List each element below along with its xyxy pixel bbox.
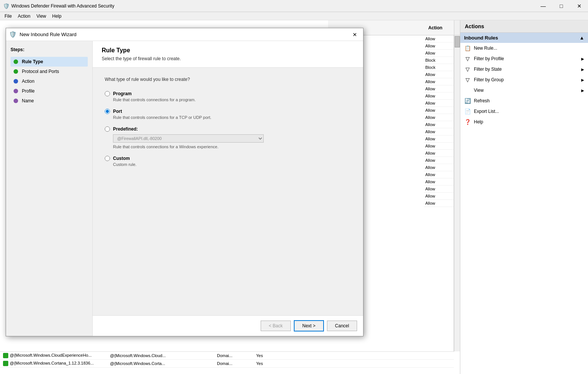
- filter-group-label: Filter by Group: [474, 77, 504, 82]
- option-port: Port Rule that controls connections for …: [105, 109, 351, 120]
- menu-view[interactable]: View: [34, 13, 49, 20]
- inbound-rules-arrow-up: ▲: [579, 35, 584, 41]
- menu-bar: File Action View Help: [0, 12, 588, 20]
- custom-desc: Custom rule.: [113, 162, 351, 167]
- help-label: Help: [474, 119, 483, 125]
- dialog-icon: 🛡️: [9, 31, 17, 38]
- dialog-content: Steps: Rule Type Protocol and Ports: [6, 41, 363, 336]
- port-desc: Rule that controls connections for a TCP…: [113, 115, 351, 120]
- export-label: Export List...: [474, 109, 499, 114]
- dialog-title: New Inbound Rule Wizard: [20, 32, 350, 37]
- step-dot-profile: [14, 89, 18, 93]
- action-filter-state[interactable]: ▽ Filter by State ▶: [460, 64, 588, 74]
- new-inbound-rule-dialog: 🛡️ New Inbound Rule Wizard ✕ Steps: Rule…: [6, 28, 363, 336]
- option-predefined: Predefined: @FirewallAPI.dll,-80200 Rule…: [105, 126, 351, 149]
- action-help[interactable]: ❓ Help: [460, 117, 588, 127]
- dialog-title-bar: 🛡️ New Inbound Rule Wizard ✕: [6, 28, 363, 41]
- filter-state-label: Filter by State: [474, 67, 502, 72]
- view-arrow: ▶: [581, 88, 584, 93]
- predefined-label[interactable]: Predefined:: [113, 126, 138, 132]
- new-rule-icon: 📋: [464, 45, 471, 52]
- app-icon: 🛡️: [3, 3, 9, 9]
- step-rule-type[interactable]: Rule Type: [11, 57, 88, 67]
- action-filter-profile[interactable]: ▽ Filter by Profile ▶: [460, 53, 588, 64]
- wizard-header-subtitle: Select the type of firewall rule to crea…: [102, 56, 354, 61]
- dialog-overlay: 🛡️ New Inbound Rule Wizard ✕ Steps: Rule…: [0, 20, 460, 374]
- program-desc: Rule that controls connections for a pro…: [113, 97, 351, 102]
- filter-profile-icon: ▽: [464, 55, 471, 62]
- menu-action[interactable]: Action: [15, 13, 33, 20]
- wizard-header-title: Rule Type: [102, 47, 354, 54]
- refresh-label: Refresh: [474, 98, 490, 103]
- port-label-row: Port: [105, 109, 351, 114]
- inbound-rules-label: Inbound Rules: [464, 35, 498, 41]
- maximize-button[interactable]: □: [553, 0, 570, 12]
- port-radio[interactable]: [105, 109, 110, 114]
- close-button[interactable]: ✕: [571, 0, 588, 12]
- filter-profile-label: Filter by Profile: [474, 56, 504, 61]
- program-label-row: Program: [105, 91, 351, 96]
- option-custom: Custom Custom rule.: [105, 156, 351, 167]
- next-button[interactable]: Next >: [294, 320, 324, 331]
- wizard-body: What type of rule would you like to crea…: [93, 68, 363, 315]
- steps-panel: Steps: Rule Type Protocol and Ports: [6, 41, 93, 336]
- filter-group-arrow: ▶: [581, 78, 584, 82]
- inbound-rules-section[interactable]: Inbound Rules ▲: [460, 33, 588, 43]
- question-text: What type of rule would you like to crea…: [105, 77, 351, 82]
- step-label-action: Action: [22, 79, 34, 84]
- predefined-dropdown[interactable]: @FirewallAPI.dll,-80200: [113, 134, 264, 143]
- main-layout: Action AllowAllowAllowBlockBlockAllowAll…: [0, 20, 588, 374]
- step-action[interactable]: Action: [11, 76, 88, 86]
- step-name[interactable]: Name: [11, 96, 88, 106]
- step-label-name: Name: [22, 98, 34, 103]
- step-profile[interactable]: Profile: [11, 86, 88, 96]
- back-button[interactable]: < Back: [261, 321, 291, 331]
- help-icon: ❓: [464, 119, 471, 125]
- step-dot-name: [14, 99, 18, 103]
- action-refresh[interactable]: 🔄 Refresh: [460, 96, 588, 106]
- action-export-list[interactable]: 📄 Export List...: [460, 106, 588, 117]
- cancel-button[interactable]: Cancel: [327, 321, 357, 331]
- action-new-rule[interactable]: 📋 New Rule...: [460, 43, 588, 53]
- view-icon: [464, 87, 471, 94]
- actions-header: Actions: [460, 20, 588, 33]
- option-program: Program Rule that controls connections f…: [105, 91, 351, 102]
- action-panel: Actions Inbound Rules ▲ 📋 New Rule... ▽ …: [460, 20, 588, 374]
- custom-label-row: Custom: [105, 156, 351, 161]
- custom-radio[interactable]: [105, 156, 110, 161]
- filter-state-icon: ▽: [464, 66, 471, 73]
- fw-background: Action AllowAllowAllowBlockBlockAllowAll…: [0, 20, 460, 374]
- filter-state-arrow: ▶: [581, 67, 584, 71]
- minimize-button[interactable]: —: [535, 0, 552, 12]
- action-view[interactable]: View ▶: [460, 85, 588, 96]
- program-label[interactable]: Program: [113, 91, 131, 96]
- filter-group-icon: ▽: [464, 76, 471, 83]
- menu-file[interactable]: File: [2, 13, 15, 20]
- program-radio[interactable]: [105, 91, 110, 96]
- dialog-close-button[interactable]: ✕: [350, 29, 360, 40]
- action-filter-group[interactable]: ▽ Filter by Group ▶: [460, 74, 588, 85]
- step-dot-protocol: [14, 69, 18, 74]
- menu-help[interactable]: Help: [49, 13, 65, 20]
- step-dot-action: [14, 79, 18, 84]
- step-protocol[interactable]: Protocol and Ports: [11, 67, 88, 76]
- step-label-protocol: Protocol and Ports: [22, 69, 59, 74]
- predefined-label-row: Predefined:: [105, 126, 351, 132]
- wizard-main: Rule Type Select the type of firewall ru…: [93, 41, 363, 336]
- predefined-desc: Rule that controls connections for a Win…: [113, 144, 351, 149]
- steps-title: Steps:: [11, 47, 88, 52]
- step-label-profile: Profile: [22, 88, 35, 94]
- step-label-rule-type: Rule Type: [22, 59, 43, 64]
- wizard-header: Rule Type Select the type of firewall ru…: [93, 41, 363, 68]
- refresh-icon: 🔄: [464, 97, 471, 104]
- new-rule-label: New Rule...: [474, 46, 497, 51]
- predefined-radio[interactable]: [105, 126, 110, 132]
- port-label[interactable]: Port: [113, 109, 122, 114]
- wizard-footer: < Back Next > Cancel: [93, 315, 363, 336]
- title-bar: 🛡️ Windows Defender Firewall with Advanc…: [0, 0, 588, 12]
- export-icon: 📄: [464, 108, 471, 115]
- custom-label[interactable]: Custom: [113, 156, 130, 161]
- app-title: Windows Defender Firewall with Advanced …: [11, 3, 585, 9]
- step-dot-rule-type: [14, 59, 18, 64]
- window-controls: — □ ✕: [535, 0, 588, 12]
